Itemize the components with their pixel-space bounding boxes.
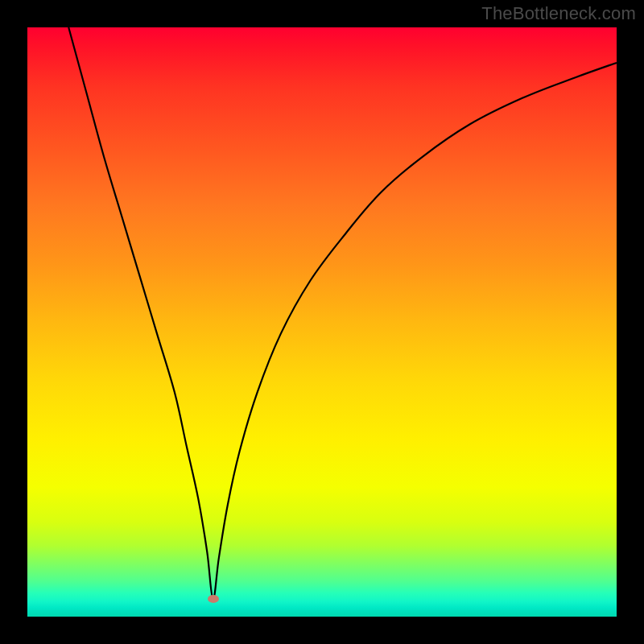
minimum-point-marker — [208, 595, 219, 603]
chart-plot-area — [27, 27, 617, 617]
watermark-text: TheBottleneck.com — [481, 3, 636, 24]
bottleneck-curve — [27, 27, 617, 617]
